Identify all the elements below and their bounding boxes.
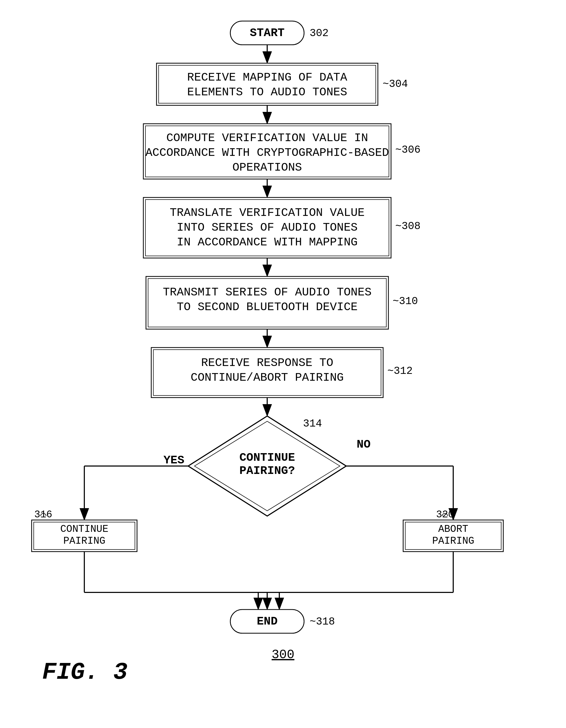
box-306-line2: ACCORDANCE WITH CRYPTOGRAPHIC-BASED [145,146,389,159]
ref-310: ~310 [393,295,418,307]
start-label: START [250,26,285,39]
box-306-line3: OPERATIONS [232,161,302,174]
svg-rect-4 [156,63,378,105]
box-308-line1: TRANSLATE VERIFICATION VALUE [170,206,365,219]
no-label: NO [357,438,371,451]
box-308-line3: IN ACCORDANCE WITH MAPPING [177,236,358,249]
box-312-line2: CONTINUE/ABORT PAIRING [191,371,344,384]
figure-number: 300 [272,648,294,662]
box-308-line2: INTO SERIES OF AUDIO TONES [177,221,358,234]
figure-caption: FIG. 3 [42,659,127,686]
box-320-line1: ABORT [438,523,468,535]
ref-308: ~308 [395,220,421,232]
box-316-line2: PAIRING [63,535,105,547]
ref-318: ~318 [310,616,335,628]
diamond-314-line1: CONTINUE [239,451,295,464]
box-310-line2: TO SECOND BLUETOOTH DEVICE [177,300,358,314]
ref-304: ~304 [383,78,408,90]
box-320-line2: PAIRING [432,535,474,547]
ref-302: 302 [310,27,329,39]
yes-label: YES [163,454,184,467]
box-304-line1: RECEIVE MAPPING OF DATA [187,71,347,84]
box-304-line2: ELEMENTS TO AUDIO TONES [187,86,347,99]
diamond-314-line2: PAIRING? [239,464,295,477]
end-label: END [256,615,277,628]
ref-312: ~312 [387,365,413,377]
box-312-line1: RECEIVE RESPONSE TO [201,356,333,369]
ref-316-check: ⌒ [40,510,46,521]
box-306-line1: COMPUTE VERIFICATION VALUE IN [166,131,368,145]
ref-314: 314 [303,418,322,430]
box-310-line1: TRANSMIT SERIES OF AUDIO TONES [163,286,372,299]
ref-320-check: ⌒ [442,510,448,521]
box-316-line1: CONTINUE [60,523,108,535]
ref-306: ~306 [395,144,421,156]
